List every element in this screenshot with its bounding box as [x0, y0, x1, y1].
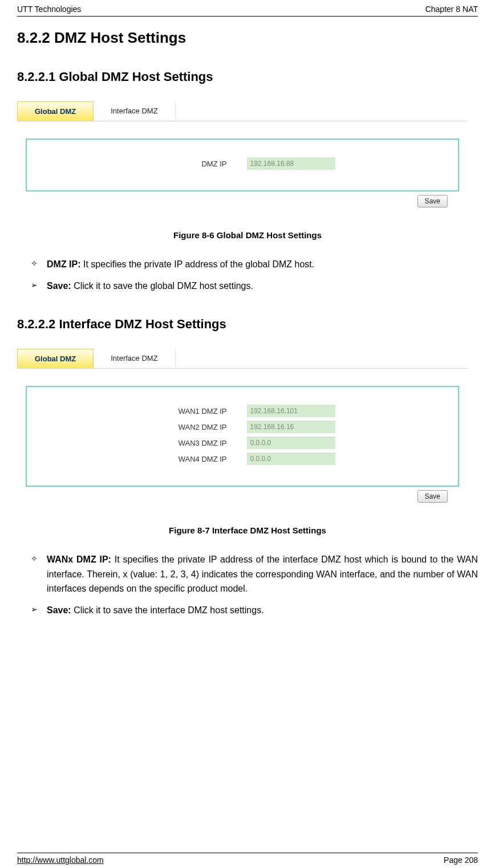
field-row-wan4: WAN4 DMZ IP 0.0.0.0 [38, 453, 447, 465]
diamond-icon: ✧ [31, 257, 47, 272]
panel-outer: DMZ IP 192.168.16.88 Save [17, 121, 468, 213]
label-wan4-dmz-ip: WAN4 DMZ IP [150, 455, 247, 463]
field-row-dmz-ip: DMZ IP 192.168.16.88 [38, 157, 447, 170]
bullet-text: DMZ IP: It specifies the private IP addr… [47, 257, 478, 272]
header-right: Chapter 8 NAT [425, 5, 478, 14]
save-row: Save [26, 487, 459, 503]
save-row: Save [26, 191, 459, 207]
tab-interface-dmz[interactable]: Interface DMZ [94, 101, 175, 121]
page-footer: http://www.uttglobal.com Page 208 [17, 853, 478, 865]
section-heading-8-2-2: 8.2.2 DMZ Host Settings [17, 29, 478, 47]
bullet-desc: It specifies the private IP address of t… [47, 555, 478, 593]
settings-panel: DMZ IP 192.168.16.88 [26, 138, 459, 191]
field-row-wan3: WAN3 DMZ IP 0.0.0.0 [38, 437, 447, 449]
bullet-text: Save: Click it to save the interface DMZ… [47, 603, 478, 618]
figure-caption-8-7: Figure 8-7 Interface DMZ Host Settings [17, 525, 478, 535]
bullet-desc: Click it to save the interface DMZ host … [71, 605, 264, 615]
figure-caption-8-6: Figure 8-6 Global DMZ Host Settings [17, 230, 478, 240]
settings-panel: WAN1 DMZ IP 192.168.16.101 WAN2 DMZ IP 1… [26, 386, 459, 487]
save-button[interactable]: Save [417, 490, 448, 503]
page-header: UTT Technologies Chapter 8 NAT [17, 0, 478, 17]
bullet-label: Save: [47, 605, 71, 615]
section-heading-8-2-2-2: 8.2.2.2 Interface DMZ Host Settings [17, 317, 478, 332]
label-dmz-ip: DMZ IP [150, 160, 247, 168]
input-wan2-dmz-ip[interactable]: 192.168.16.16 [247, 421, 335, 433]
tabstrip: Global DMZ Interface DMZ [17, 101, 468, 121]
bullet-label: DMZ IP: [47, 259, 81, 269]
panel-outer: WAN1 DMZ IP 192.168.16.101 WAN2 DMZ IP 1… [17, 369, 468, 508]
input-wan4-dmz-ip[interactable]: 0.0.0.0 [247, 453, 335, 465]
figure-interface-dmz: Global DMZ Interface DMZ WAN1 DMZ IP 192… [17, 349, 468, 508]
bullet-wanx-dmz-ip: ✧ WANx DMZ IP: It specifies the private … [31, 552, 478, 596]
save-button[interactable]: Save [417, 195, 448, 207]
diamond-icon: ✧ [31, 552, 47, 596]
input-dmz-ip[interactable]: 192.168.16.88 [247, 157, 335, 170]
section-heading-8-2-2-1: 8.2.2.1 Global DMZ Host Settings [17, 70, 478, 84]
chevron-icon: ➢ [31, 279, 47, 294]
bullet-save-interface: ➢ Save: Click it to save the interface D… [31, 603, 478, 618]
bullet-dmz-ip: ✧ DMZ IP: It specifies the private IP ad… [31, 257, 478, 272]
field-row-wan2: WAN2 DMZ IP 192.168.16.16 [38, 421, 447, 433]
footer-url[interactable]: http://www.uttglobal.com [17, 855, 104, 865]
label-wan3-dmz-ip: WAN3 DMZ IP [150, 439, 247, 447]
input-wan1-dmz-ip[interactable]: 192.168.16.101 [247, 405, 335, 417]
label-wan2-dmz-ip: WAN2 DMZ IP [150, 423, 247, 431]
figure-global-dmz: Global DMZ Interface DMZ DMZ IP 192.168.… [17, 101, 468, 213]
bullet-desc: It specifies the private IP address of t… [81, 259, 315, 269]
bullet-text: WANx DMZ IP: It specifies the private IP… [47, 552, 478, 596]
bullet-label: Save: [47, 281, 71, 291]
label-wan1-dmz-ip: WAN1 DMZ IP [150, 407, 247, 415]
tab-global-dmz[interactable]: Global DMZ [17, 101, 94, 121]
tabstrip: Global DMZ Interface DMZ [17, 349, 468, 369]
bullet-save-global: ➢ Save: Click it to save the global DMZ … [31, 279, 478, 294]
bullet-label: WANx DMZ IP: [47, 555, 111, 564]
tab-global-dmz[interactable]: Global DMZ [17, 349, 94, 368]
field-row-wan1: WAN1 DMZ IP 192.168.16.101 [38, 405, 447, 417]
bullet-text: Save: Click it to save the global DMZ ho… [47, 279, 478, 294]
chevron-icon: ➢ [31, 603, 47, 618]
tab-interface-dmz[interactable]: Interface DMZ [94, 349, 175, 368]
input-wan3-dmz-ip[interactable]: 0.0.0.0 [247, 437, 335, 449]
header-left: UTT Technologies [17, 5, 81, 14]
footer-page: Page 208 [444, 855, 478, 865]
bullet-desc: Click it to save the global DMZ host set… [71, 281, 253, 291]
